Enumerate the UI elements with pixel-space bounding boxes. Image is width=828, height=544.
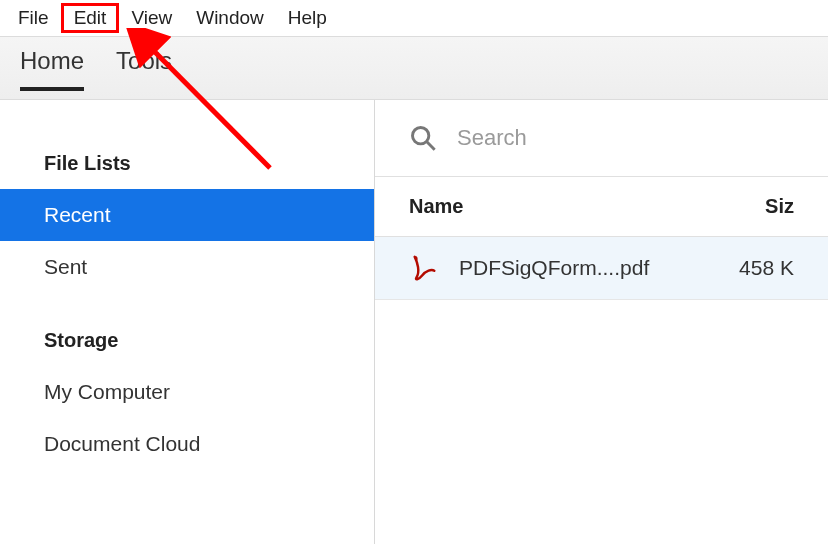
content: Name Siz PDFSigQForm....pdf 458 K [375,100,828,544]
menu-window[interactable]: Window [184,5,276,31]
menu-bar: File Edit View Window Help [0,0,828,36]
toolbar: Home Tools [0,36,828,100]
pdf-icon [409,253,439,283]
table-row[interactable]: PDFSigQForm....pdf 458 K [375,237,828,300]
search-input[interactable] [457,125,794,151]
menu-edit[interactable]: Edit [61,3,120,33]
sidebar-section-storage: Storage [0,315,374,366]
sidebar-item-sent[interactable]: Sent [0,241,374,293]
search-icon [409,124,437,152]
sidebar-item-recent[interactable]: Recent [0,189,374,241]
sidebar: File Lists Recent Sent Storage My Comput… [0,100,375,544]
file-name: PDFSigQForm....pdf [439,256,724,280]
svg-line-1 [427,142,435,150]
file-size: 458 K [724,256,794,280]
menu-view[interactable]: View [119,5,184,31]
spacer [0,293,374,315]
tab-tools[interactable]: Tools [116,47,172,87]
main: File Lists Recent Sent Storage My Comput… [0,100,828,544]
sidebar-section-file-lists: File Lists [0,138,374,189]
sidebar-item-my-computer[interactable]: My Computer [0,366,374,418]
sidebar-item-document-cloud[interactable]: Document Cloud [0,418,374,470]
column-header-size[interactable]: Siz [724,195,794,218]
search-row [375,100,828,177]
menu-file[interactable]: File [6,5,61,31]
tab-home[interactable]: Home [20,47,84,91]
menu-help[interactable]: Help [276,5,339,31]
column-header-name[interactable]: Name [409,195,724,218]
svg-point-0 [413,128,429,144]
table-header: Name Siz [375,177,828,237]
